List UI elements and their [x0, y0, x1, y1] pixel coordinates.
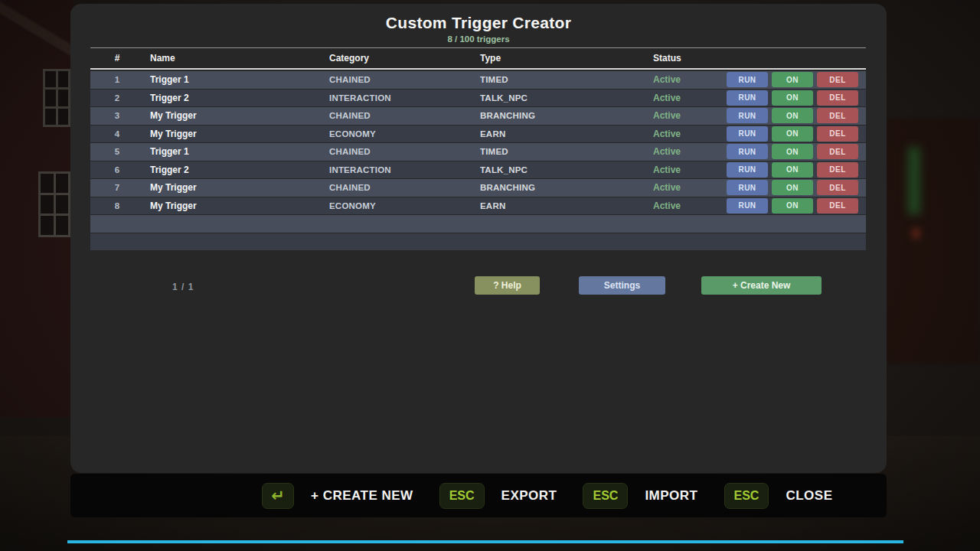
dialog-title: Custom Trigger Creator	[70, 4, 887, 32]
delete-button[interactable]: DEL	[817, 144, 858, 159]
table-row[interactable]: 3 My Trigger CHAINED BRANCHING Active RU…	[90, 107, 866, 125]
table-row[interactable]: 5 Trigger 1 CHAINED TIMED Active RUN ON …	[90, 143, 866, 161]
row-category: ECONOMY	[329, 129, 480, 139]
row-name: My Trigger	[144, 129, 329, 139]
row-category: CHAINED	[329, 75, 480, 84]
row-type: EARN	[480, 201, 653, 210]
keybind-label: + CREATE NEW	[311, 488, 413, 504]
esc-key-badge: ESC	[583, 483, 628, 509]
bottom-accent-line	[67, 540, 903, 543]
toggle-on-button[interactable]: ON	[772, 162, 813, 178]
row-name: My Trigger	[144, 110, 329, 121]
esc-key-badge: ESC	[724, 483, 769, 509]
run-button[interactable]: RUN	[727, 180, 768, 195]
status-badge: Active	[653, 74, 727, 85]
delete-button[interactable]: DEL	[817, 198, 858, 214]
toggle-on-button[interactable]: ON	[772, 126, 813, 142]
run-button[interactable]: RUN	[727, 144, 768, 159]
table-row[interactable]: 8 My Trigger ECONOMY EARN Active RUN ON …	[90, 197, 866, 215]
row-type: BRANCHING	[480, 183, 653, 192]
row-number: 4	[90, 129, 144, 139]
header-number: #	[90, 53, 144, 64]
row-type: BRANCHING	[480, 111, 653, 120]
row-number: 7	[90, 183, 144, 192]
table-row-empty	[90, 233, 866, 251]
row-category: ECONOMY	[329, 201, 480, 210]
keybind-export[interactable]: ESC EXPORT	[439, 483, 557, 509]
row-category: CHAINED	[329, 183, 480, 192]
table-row-empty	[90, 215, 866, 233]
row-number: 6	[90, 165, 144, 174]
delete-button[interactable]: DEL	[817, 162, 858, 178]
create-new-button[interactable]: + Create New	[701, 276, 822, 295]
run-button[interactable]: RUN	[727, 72, 768, 87]
toggle-on-button[interactable]: ON	[772, 108, 813, 123]
keybind-close[interactable]: ESC CLOSE	[724, 483, 833, 509]
page-indicator: 1 / 1	[172, 282, 194, 292]
status-badge: Active	[653, 93, 727, 103]
row-number: 2	[90, 93, 144, 103]
header-name: Name	[144, 53, 329, 64]
custom-trigger-creator-dialog: Custom Trigger Creator 8 / 100 triggers …	[70, 4, 887, 473]
keybind-import[interactable]: ESC IMPORT	[583, 483, 697, 509]
run-button[interactable]: RUN	[727, 108, 768, 123]
toggle-on-button[interactable]: ON	[772, 198, 813, 214]
settings-button[interactable]: Settings	[579, 276, 665, 295]
table-row[interactable]: 7 My Trigger CHAINED BRANCHING Active RU…	[90, 179, 866, 197]
header-status: Status	[653, 53, 727, 64]
delete-button[interactable]: DEL	[817, 108, 858, 123]
keybind-create-new[interactable]: ↵ + CREATE NEW	[262, 483, 413, 509]
keybind-bar: ↵ + CREATE NEW ESC EXPORT ESC IMPORT ESC…	[70, 474, 887, 517]
row-type: TIMED	[480, 147, 653, 156]
row-name: Trigger 1	[144, 74, 329, 85]
status-badge: Active	[653, 165, 727, 175]
keybind-label: EXPORT	[501, 488, 557, 504]
run-button[interactable]: RUN	[727, 126, 768, 142]
status-badge: Active	[653, 146, 727, 157]
toggle-on-button[interactable]: ON	[772, 90, 813, 106]
row-type: TALK_NPC	[480, 165, 653, 174]
run-button[interactable]: RUN	[727, 90, 768, 106]
delete-button[interactable]: DEL	[817, 72, 858, 87]
status-badge: Active	[653, 182, 727, 193]
keybind-label: CLOSE	[786, 488, 832, 504]
row-name: My Trigger	[144, 182, 329, 193]
row-category: INTERACTION	[329, 93, 480, 103]
table-row[interactable]: 1 Trigger 1 CHAINED TIMED Active RUN ON …	[90, 71, 866, 89]
row-name: Trigger 1	[144, 146, 329, 157]
table-body: 1 Trigger 1 CHAINED TIMED Active RUN ON …	[90, 71, 866, 250]
delete-button[interactable]: DEL	[817, 90, 858, 106]
row-name: My Trigger	[144, 201, 329, 211]
delete-button[interactable]: DEL	[817, 180, 858, 195]
table-row[interactable]: 2 Trigger 2 INTERACTION TALK_NPC Active …	[90, 90, 866, 107]
help-button[interactable]: ? Help	[475, 276, 540, 295]
row-type: EARN	[480, 129, 653, 139]
table-row[interactable]: 6 Trigger 2 INTERACTION TALK_NPC Active …	[90, 161, 866, 179]
esc-key-badge: ESC	[439, 483, 485, 509]
row-number: 8	[90, 201, 144, 210]
delete-button[interactable]: DEL	[817, 126, 858, 142]
trigger-table: # Name Category Type Status 1 Trigger 1 …	[90, 47, 866, 251]
toggle-on-button[interactable]: ON	[772, 72, 813, 87]
run-button[interactable]: RUN	[727, 198, 768, 214]
status-badge: Active	[653, 201, 727, 211]
table-header-row: # Name Category Type Status	[90, 47, 866, 70]
table-row[interactable]: 4 My Trigger ECONOMY EARN Active RUN ON …	[90, 126, 866, 143]
trigger-count-label: 8 / 100 triggers	[70, 34, 887, 44]
row-type: TALK_NPC	[480, 93, 653, 103]
row-category: INTERACTION	[329, 165, 480, 174]
toggle-on-button[interactable]: ON	[772, 180, 813, 195]
keybind-label: IMPORT	[645, 488, 697, 504]
row-name: Trigger 2	[144, 93, 329, 103]
status-badge: Active	[653, 110, 727, 121]
enter-key-icon: ↵	[262, 483, 294, 509]
toggle-on-button[interactable]: ON	[772, 144, 813, 159]
header-category: Category	[329, 53, 480, 64]
row-number: 1	[90, 75, 144, 84]
run-button[interactable]: RUN	[727, 162, 768, 178]
row-number: 5	[90, 147, 144, 156]
row-number: 3	[90, 111, 144, 120]
row-category: CHAINED	[329, 147, 480, 156]
row-type: TIMED	[480, 75, 653, 84]
status-badge: Active	[653, 129, 727, 139]
